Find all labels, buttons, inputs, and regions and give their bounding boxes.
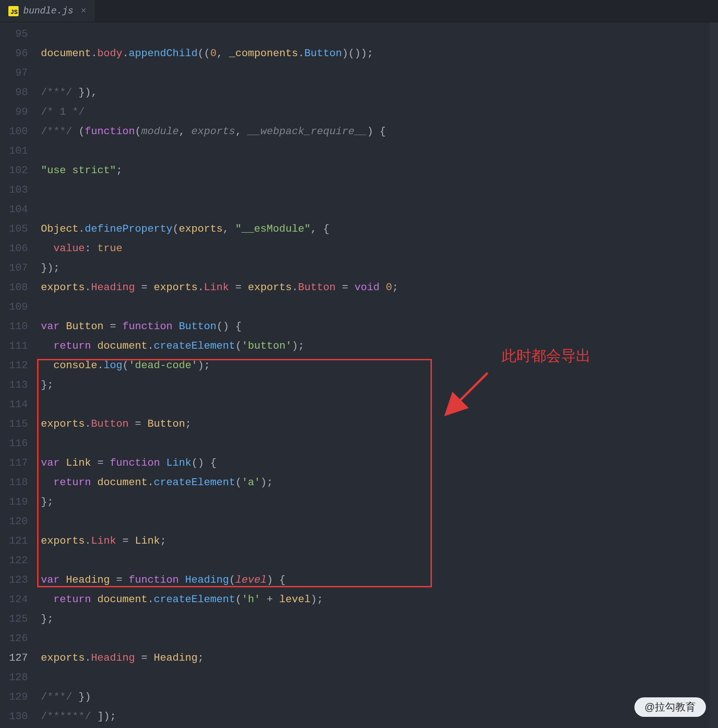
code-line[interactable]: 120: [0, 512, 718, 531]
code-line[interactable]: 117var Link = function Link() {: [0, 453, 718, 473]
code-content: /* 1 */: [41, 102, 718, 122]
close-icon[interactable]: ×: [81, 6, 86, 16]
code-line[interactable]: 127exports.Heading = Heading;: [0, 648, 718, 668]
code-content: [41, 297, 718, 317]
code-content: exports.Button = Button;: [41, 414, 718, 434]
code-line[interactable]: 116: [0, 434, 718, 453]
code-line[interactable]: 123var Heading = function Heading(level)…: [0, 570, 718, 590]
code-line[interactable]: 126: [0, 629, 718, 648]
code-content: };: [41, 492, 718, 512]
tab-filename: bundle.js: [23, 6, 73, 16]
code-content: [41, 434, 718, 453]
code-content: value: true: [41, 239, 718, 258]
code-line[interactable]: 125};: [0, 609, 718, 629]
line-number: 117: [0, 453, 41, 473]
code-line[interactable]: 97: [0, 63, 718, 83]
code-line[interactable]: 107});: [0, 258, 718, 278]
line-number: 125: [0, 609, 41, 629]
line-number: 96: [0, 44, 41, 63]
js-file-icon: JS: [8, 6, 19, 16]
code-line[interactable]: 122: [0, 551, 718, 570]
line-number: 100: [0, 122, 41, 141]
code-line[interactable]: 111 return document.createElement('butto…: [0, 336, 718, 356]
code-line[interactable]: 98/***/ }),: [0, 83, 718, 102]
code-line[interactable]: 105Object.defineProperty(exports, "__esM…: [0, 219, 718, 239]
code-line[interactable]: 112 console.log('dead-code');: [0, 356, 718, 375]
code-line[interactable]: 109: [0, 297, 718, 317]
line-number: 108: [0, 278, 41, 297]
line-number: 129: [0, 687, 41, 707]
code-content: console.log('dead-code');: [41, 356, 718, 375]
code-line[interactable]: 121exports.Link = Link;: [0, 531, 718, 551]
code-content: document.body.appendChild((0, _component…: [41, 44, 718, 63]
line-number: 124: [0, 590, 41, 609]
line-number: 97: [0, 63, 41, 83]
line-number: 112: [0, 356, 41, 375]
code-line[interactable]: 114: [0, 395, 718, 414]
line-number: 106: [0, 239, 41, 258]
watermark-badge: @拉勾教育: [634, 697, 706, 717]
line-number: 98: [0, 83, 41, 102]
code-line[interactable]: 96document.body.appendChild((0, _compone…: [0, 44, 718, 63]
code-content: Object.defineProperty(exports, "__esModu…: [41, 219, 718, 239]
code-content: [41, 551, 718, 570]
code-line[interactable]: 124 return document.createElement('h' + …: [0, 590, 718, 609]
code-line[interactable]: 99/* 1 */: [0, 102, 718, 122]
code-line[interactable]: 95: [0, 24, 718, 44]
line-number: 101: [0, 141, 41, 161]
line-number: 114: [0, 395, 41, 414]
code-line[interactable]: 108exports.Heading = exports.Link = expo…: [0, 278, 718, 297]
line-number: 109: [0, 297, 41, 317]
code-content: };: [41, 609, 718, 629]
code-line[interactable]: 128: [0, 668, 718, 687]
line-number: 121: [0, 531, 41, 551]
line-number: 102: [0, 161, 41, 180]
code-content: /***/ }): [41, 687, 718, 707]
code-content: /***/ }),: [41, 83, 718, 102]
minimap[interactable]: [710, 22, 718, 728]
line-number: 103: [0, 180, 41, 200]
code-line[interactable]: 104: [0, 200, 718, 219]
line-number: 123: [0, 570, 41, 590]
code-line[interactable]: 118 return document.createElement('a');: [0, 473, 718, 492]
code-line[interactable]: 113};: [0, 375, 718, 395]
code-editor: JS bundle.js × 9596document.body.appendC…: [0, 0, 718, 728]
annotation-text: 此时都会导出: [502, 346, 591, 366]
code-line[interactable]: 100/***/ (function(module, exports, __we…: [0, 122, 718, 141]
code-line[interactable]: 119};: [0, 492, 718, 512]
code-content: return document.createElement('h' + leve…: [41, 590, 718, 609]
code-line[interactable]: 106 value: true: [0, 239, 718, 258]
code-content: var Heading = function Heading(level) {: [41, 570, 718, 590]
code-area[interactable]: 9596document.body.appendChild((0, _compo…: [0, 22, 718, 726]
code-content: /***/ (function(module, exports, __webpa…: [41, 122, 718, 141]
line-number: 113: [0, 375, 41, 395]
line-number: 95: [0, 24, 41, 44]
code-line[interactable]: 102"use strict";: [0, 161, 718, 180]
code-line[interactable]: 103: [0, 180, 718, 200]
code-content: [41, 24, 718, 44]
code-content: [41, 200, 718, 219]
code-line[interactable]: 101: [0, 141, 718, 161]
code-content: [41, 395, 718, 414]
code-content: var Link = function Link() {: [41, 453, 718, 473]
line-number: 127: [0, 648, 41, 668]
code-content: });: [41, 258, 718, 278]
code-line[interactable]: 130/******/ ]);: [0, 707, 718, 726]
code-line[interactable]: 110var Button = function Button() {: [0, 317, 718, 336]
code-content: };: [41, 375, 718, 395]
tab-bundle-js[interactable]: JS bundle.js ×: [0, 0, 95, 22]
code-content: [41, 141, 718, 161]
code-content: "use strict";: [41, 161, 718, 180]
code-content: [41, 629, 718, 648]
code-content: exports.Heading = Heading;: [41, 648, 718, 668]
line-number: 116: [0, 434, 41, 453]
code-line[interactable]: 115exports.Button = Button;: [0, 414, 718, 434]
line-number: 107: [0, 258, 41, 278]
line-number: 119: [0, 492, 41, 512]
line-number: 99: [0, 102, 41, 122]
line-number: 104: [0, 200, 41, 219]
code-line[interactable]: 129/***/ }): [0, 687, 718, 707]
code-content: /******/ ]);: [41, 707, 718, 726]
line-number: 130: [0, 707, 41, 726]
line-number: 126: [0, 629, 41, 648]
